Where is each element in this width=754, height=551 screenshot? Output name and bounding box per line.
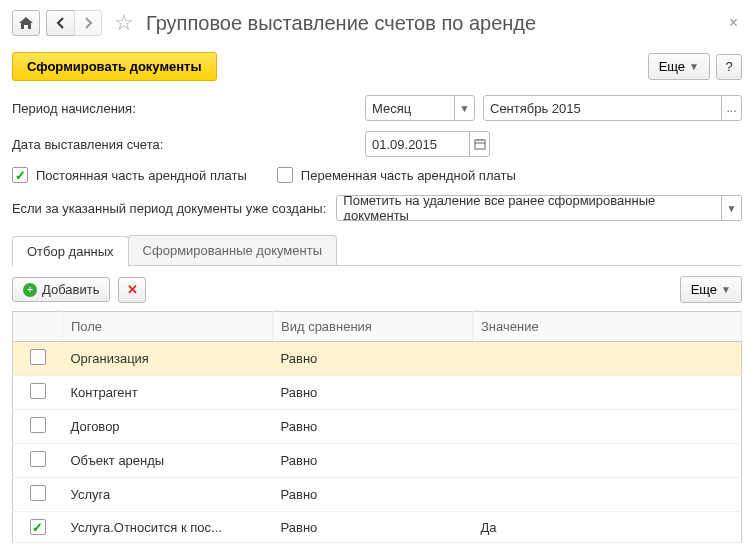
period-type-value: Месяц: [366, 101, 454, 116]
table-row[interactable]: УслугаРавно: [13, 478, 742, 512]
cell-field[interactable]: Услуга: [63, 478, 273, 512]
cell-field[interactable]: Контрагент: [63, 376, 273, 410]
ellipsis-icon[interactable]: ...: [721, 96, 741, 120]
cell-comparison[interactable]: Равно: [273, 342, 473, 376]
cell-value[interactable]: [473, 444, 742, 478]
cell-value[interactable]: [473, 342, 742, 376]
cell-value[interactable]: [473, 478, 742, 512]
period-type-select[interactable]: Месяц ▼: [365, 95, 475, 121]
cell-field[interactable]: Услуга.Относится к пос...: [63, 512, 273, 543]
cell-field[interactable]: Договор: [63, 410, 273, 444]
cell-value[interactable]: [473, 376, 742, 410]
chevron-down-icon: ▼: [689, 61, 699, 72]
more-button[interactable]: Еще ▼: [648, 53, 710, 80]
row-checkbox[interactable]: [30, 383, 46, 399]
period-value-input[interactable]: Сентябрь 2015 ...: [483, 95, 742, 121]
help-button[interactable]: ?: [716, 54, 742, 80]
chevron-down-icon[interactable]: ▼: [721, 196, 741, 220]
col-header-value[interactable]: Значение: [473, 312, 742, 342]
row-checkbox[interactable]: [30, 417, 46, 433]
cell-field[interactable]: Организация: [63, 342, 273, 376]
invoice-date-label: Дата выставления счета:: [12, 137, 357, 152]
tab-documents[interactable]: Сформированные документы: [128, 235, 337, 265]
delete-row-button[interactable]: ✕: [118, 277, 146, 303]
col-header-comparison[interactable]: Вид сравнения: [273, 312, 473, 342]
cell-value[interactable]: [473, 410, 742, 444]
table-more-button[interactable]: Еще ▼: [680, 276, 742, 303]
page-title: Групповое выставление счетов по аренде: [146, 12, 536, 35]
existing-docs-label: Если за указанный период документы уже с…: [12, 201, 326, 216]
nav-back-button[interactable]: [46, 10, 74, 36]
row-checkbox[interactable]: [30, 451, 46, 467]
fixed-rent-label: Постоянная часть арендной платы: [36, 168, 247, 183]
invoice-date-value: 01.09.2015: [366, 137, 469, 152]
calendar-icon[interactable]: [469, 132, 489, 156]
row-checkbox[interactable]: [30, 349, 46, 365]
table-row[interactable]: ДоговорРавно: [13, 410, 742, 444]
invoice-date-input[interactable]: 01.09.2015: [365, 131, 490, 157]
table-row[interactable]: Объект арендыРавно: [13, 444, 742, 478]
cell-comparison[interactable]: Равно: [273, 512, 473, 543]
svg-rect-0: [475, 140, 485, 149]
period-value-text: Сентябрь 2015: [484, 101, 721, 116]
plus-icon: +: [23, 283, 37, 297]
more-button-label: Еще: [659, 59, 685, 74]
existing-docs-select[interactable]: Пометить на удаление все ранее сформиров…: [336, 195, 742, 221]
favorite-star-icon[interactable]: ☆: [114, 10, 134, 36]
cell-comparison[interactable]: Равно: [273, 478, 473, 512]
table-more-label: Еще: [691, 282, 717, 297]
row-checkbox[interactable]: [30, 485, 46, 501]
period-label: Период начисления:: [12, 101, 357, 116]
cell-value[interactable]: Да: [473, 512, 742, 543]
fixed-rent-checkbox[interactable]: [12, 167, 28, 183]
chevron-down-icon: ▼: [721, 284, 731, 295]
col-header-check: [13, 312, 63, 342]
home-button[interactable]: [12, 10, 40, 36]
cell-field[interactable]: Объект аренды: [63, 444, 273, 478]
cell-comparison[interactable]: Равно: [273, 410, 473, 444]
add-row-button[interactable]: + Добавить: [12, 277, 110, 302]
chevron-down-icon[interactable]: ▼: [454, 96, 474, 120]
cell-comparison[interactable]: Равно: [273, 444, 473, 478]
table-row[interactable]: ОрганизацияРавно: [13, 342, 742, 376]
table-row[interactable]: КонтрагентРавно: [13, 376, 742, 410]
col-header-field[interactable]: Поле: [63, 312, 273, 342]
filter-table: Поле Вид сравнения Значение ОрганизацияР…: [12, 311, 742, 543]
generate-documents-button[interactable]: Сформировать документы: [12, 52, 217, 81]
cell-comparison[interactable]: Равно: [273, 376, 473, 410]
close-button[interactable]: ×: [725, 14, 742, 32]
existing-docs-value: Пометить на удаление все ранее сформиров…: [337, 195, 721, 221]
variable-rent-label: Переменная часть арендной платы: [301, 168, 516, 183]
add-row-label: Добавить: [42, 282, 99, 297]
nav-forward-button: [74, 10, 102, 36]
table-row[interactable]: Услуга.Относится к пос...РавноДа: [13, 512, 742, 543]
row-checkbox[interactable]: [30, 519, 46, 535]
variable-rent-checkbox[interactable]: [277, 167, 293, 183]
tab-filter[interactable]: Отбор данных: [12, 236, 129, 266]
